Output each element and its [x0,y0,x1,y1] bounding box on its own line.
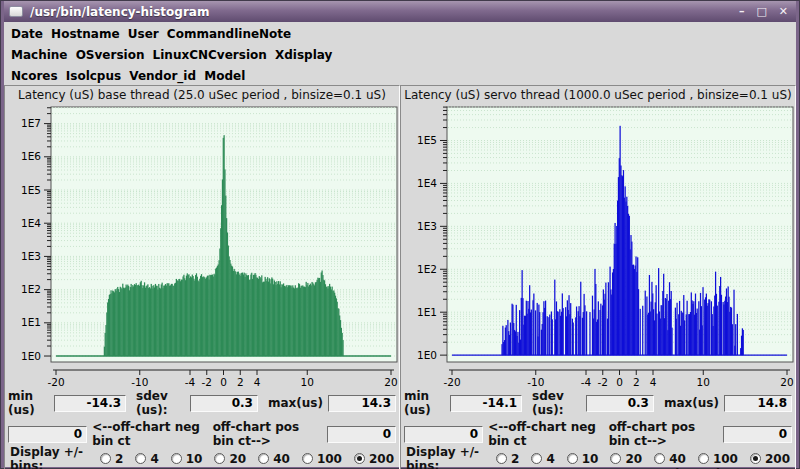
svg-text:-4: -4 [581,376,592,387]
servo-thread-chart-title: Latency (uS) servo thread (1000.0 uSec p… [401,86,795,103]
svg-text:1E2: 1E2 [21,283,41,295]
offchart-neg-label: <--off-chart neg bin ct [488,420,599,448]
chart-base-thread: 1E01E11E21E31E41E51E61E7-20-10-4-2024102… [5,103,399,387]
svg-text:4: 4 [650,376,657,387]
svg-text:20: 20 [780,376,793,387]
charts-region: Latency (uS) base thread (25.0 uSec peri… [4,85,796,469]
bins-radio-label: 10 [186,452,203,466]
bins-radio-label: 20 [625,452,642,466]
offchart-pos-label: off-chart pos bin ct--> [213,420,323,448]
bins-radio-label: 40 [669,452,686,466]
bins-radio-200[interactable]: 200 [354,452,394,466]
bins-radio-200[interactable]: 200 [750,452,790,466]
svg-text:0: 0 [616,376,623,387]
bins-radio-4[interactable]: 4 [135,452,158,466]
max-label: max(us) [664,396,719,410]
svg-text:1E0: 1E0 [417,349,437,361]
bins-radio-label: 4 [546,452,554,466]
bins-radio-label: 2 [511,452,519,466]
svg-text:1E5: 1E5 [21,184,41,196]
max-label: max(us) [268,396,323,410]
svg-text:1E2: 1E2 [417,263,437,275]
radio-icon[interactable] [302,453,313,464]
radio-icon[interactable] [135,453,146,464]
window-icon [9,6,23,17]
radio-icon[interactable] [698,453,709,464]
bins-radio-label: 10 [582,452,599,466]
svg-text:-10: -10 [131,376,148,387]
title-bar[interactable]: /usr/bin/latency-histogram – □ ✕ [4,1,796,22]
min-value-field[interactable]: -14.3 [54,395,126,412]
bins-radio-20[interactable]: 20 [214,452,246,466]
chart-servo-thread: 1E01E11E21E31E41E5-20-10-4-20241020 [401,103,795,387]
radio-icon[interactable] [100,453,111,464]
sdev-value-field[interactable]: 0.3 [190,395,258,412]
svg-text:0: 0 [220,376,227,387]
minimize-icon[interactable]: – [739,2,745,22]
svg-text:-2: -2 [202,376,212,387]
sdev-label: sdev (us): [532,389,581,417]
min-label: min (us) [8,389,49,417]
bins-radio-100[interactable]: 100 [302,452,342,466]
sdev-value-field[interactable]: 0.3 [586,395,654,412]
svg-text:1E6: 1E6 [21,150,41,162]
offchart-neg-count-field[interactable]: 0 [8,426,87,443]
svg-text:1E1: 1E1 [21,316,41,328]
offchart-neg-label: <--off-chart neg bin ct [92,420,203,448]
offchart-pos-count-field[interactable]: 0 [327,426,396,443]
bins-radio-40[interactable]: 40 [654,452,686,466]
min-value-field[interactable]: -14.1 [450,395,522,412]
bins-radio-4[interactable]: 4 [531,452,554,466]
svg-text:-20: -20 [443,376,460,387]
offchart-pos-count-field[interactable]: 0 [723,426,792,443]
max-value-field[interactable]: 14.8 [724,395,792,412]
base-thread-stats-row: min (us) -14.3 sdev (us): 0.3 max(us) 14… [5,387,399,418]
bins-radio-label: 100 [317,452,342,466]
servo-thread-bins-row: Display +/- bins: 24102040100200 [401,449,795,469]
close-icon[interactable]: ✕ [779,2,788,22]
bins-radio-10[interactable]: 10 [567,452,599,466]
radio-icon[interactable] [214,453,225,464]
max-value-field[interactable]: 14.3 [328,395,396,412]
svg-text:1E4: 1E4 [417,177,437,189]
bins-radio-label: 200 [765,452,790,466]
header-row-machine-os: Machine OSversion LinuxCNCversion Xdispl… [4,43,796,64]
bins-radio-10[interactable]: 10 [171,452,203,466]
radio-icon[interactable] [354,453,365,464]
offchart-pos-label: off-chart pos bin ct--> [609,420,719,448]
radio-icon[interactable] [654,453,665,464]
svg-text:-20: -20 [47,376,64,387]
radio-icon[interactable] [610,453,621,464]
svg-text:1E7: 1E7 [21,117,41,129]
svg-text:2: 2 [237,376,244,387]
bins-radio-label: 20 [229,452,246,466]
bins-radio-label: 100 [713,452,738,466]
bins-radio-2[interactable]: 2 [496,452,519,466]
radio-icon[interactable] [258,453,269,464]
base-thread-chart-title: Latency (uS) base thread (25.0 uSec peri… [5,86,399,103]
svg-text:10: 10 [697,376,710,387]
radio-icon[interactable] [567,453,578,464]
latency-histogram-window: /usr/bin/latency-histogram – □ ✕ Date Ho… [0,0,800,469]
radio-icon[interactable] [171,453,182,464]
radio-icon[interactable] [750,453,761,464]
bins-radio-label: 2 [115,452,123,466]
svg-text:1E3: 1E3 [21,250,41,262]
bins-radio-group: 24102040100200 [496,452,790,466]
radio-icon[interactable] [531,453,542,464]
svg-text:1E4: 1E4 [21,217,41,229]
bins-radio-20[interactable]: 20 [610,452,642,466]
bins-radio-label: 4 [150,452,158,466]
svg-text:1E0: 1E0 [21,350,41,362]
svg-text:-2: -2 [598,376,608,387]
bins-radio-2[interactable]: 2 [100,452,123,466]
offchart-neg-count-field[interactable]: 0 [404,426,483,443]
bins-radio-40[interactable]: 40 [258,452,290,466]
base-thread-bins-row: Display +/- bins: 24102040100200 [5,449,399,469]
radio-icon[interactable] [496,453,507,464]
window-title: /usr/bin/latency-histogram [30,5,209,19]
bins-radio-100[interactable]: 100 [698,452,738,466]
svg-text:20: 20 [384,376,397,387]
maximize-icon[interactable]: □ [756,2,766,22]
display-bins-label: Display +/- bins: [406,445,486,469]
